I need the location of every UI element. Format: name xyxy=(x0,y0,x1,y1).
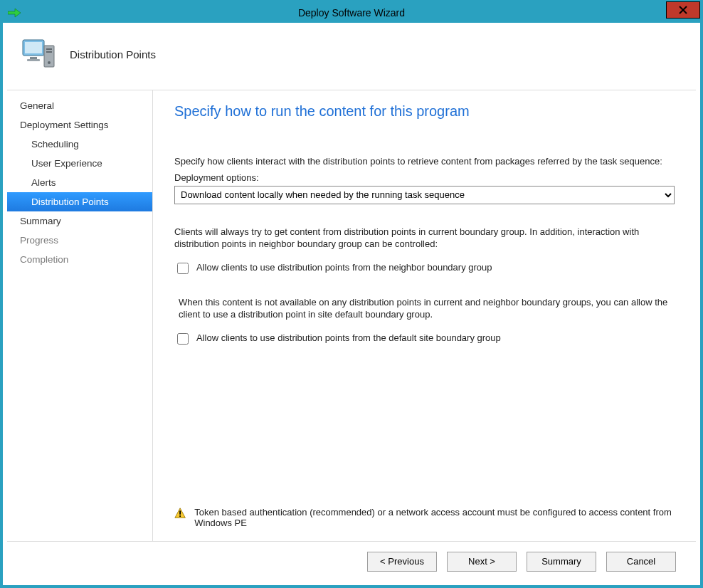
svg-rect-3 xyxy=(25,42,42,53)
wizard-footer: < Previous Next > Summary Cancel xyxy=(7,541,696,581)
sidebar-item-alerts[interactable]: Alerts xyxy=(7,173,152,192)
intro-text: Specify how clients interact with the di… xyxy=(174,155,675,168)
sidebar-item-label: Alerts xyxy=(31,177,56,188)
sidebar-item-distribution-points[interactable]: Distribution Points xyxy=(7,192,152,211)
allow-default-checkbox[interactable] xyxy=(177,333,189,345)
warning-row: Token based authentication (recommended)… xyxy=(174,507,675,528)
sidebar-item-label: Summary xyxy=(20,216,61,226)
svg-rect-11 xyxy=(179,515,181,517)
sidebar-item-label: General xyxy=(20,100,54,111)
checkbox-row-default[interactable]: Allow clients to use distribution points… xyxy=(174,332,675,347)
content-pane: Specify how to run the content for this … xyxy=(153,90,696,541)
wizard-window: Deploy Software Wizard Distrib xyxy=(0,0,703,588)
svg-rect-10 xyxy=(179,510,181,514)
sidebar-item-general[interactable]: General xyxy=(7,96,152,115)
forward-arrow-icon xyxy=(4,5,24,21)
warning-text: Token based authentication (recommended)… xyxy=(194,507,675,528)
sidebar-item-label: Distribution Points xyxy=(31,196,109,207)
summary-button[interactable]: Summary xyxy=(527,552,596,572)
titlebar: Deploy Software Wizard xyxy=(3,3,700,23)
sidebar-item-progress[interactable]: Progress xyxy=(7,231,152,250)
close-icon xyxy=(679,6,687,14)
wizard-header: Distribution Points xyxy=(7,27,696,90)
page-title: Distribution Points xyxy=(70,48,156,61)
allow-neighbor-label: Allow clients to use distribution points… xyxy=(196,262,492,273)
svg-rect-4 xyxy=(30,57,37,59)
svg-rect-7 xyxy=(46,48,52,50)
wizard-inner: Distribution Points General Deployment S… xyxy=(7,27,696,581)
checkbox-row-neighbor[interactable]: Allow clients to use distribution points… xyxy=(174,262,675,276)
next-button[interactable]: Next > xyxy=(447,552,517,572)
wizard-body: General Deployment Settings Scheduling U… xyxy=(7,90,696,541)
sidebar-item-label: Deployment Settings xyxy=(20,120,109,130)
distribution-points-icon xyxy=(20,37,57,71)
window-title: Deploy Software Wizard xyxy=(3,7,700,19)
deployment-options-select[interactable]: Download content locally when needed by … xyxy=(174,186,675,204)
svg-rect-5 xyxy=(27,59,40,61)
sidebar-item-scheduling[interactable]: Scheduling xyxy=(7,135,152,154)
default-paragraph: When this content is not available on an… xyxy=(179,296,675,321)
previous-button[interactable]: < Previous xyxy=(367,552,437,572)
sidebar-item-label: User Experience xyxy=(31,158,102,169)
cancel-button[interactable]: Cancel xyxy=(606,552,676,572)
sidebar-item-label: Completion xyxy=(20,254,68,265)
allow-neighbor-checkbox[interactable] xyxy=(177,263,189,274)
deployment-options-label: Deployment options: xyxy=(174,172,675,183)
sidebar-item-deployment-settings[interactable]: Deployment Settings xyxy=(7,115,152,135)
sidebar-item-label: Progress xyxy=(20,235,58,246)
warning-icon xyxy=(174,507,186,520)
svg-point-9 xyxy=(48,61,51,64)
boundary-paragraph: Clients will always try to get content f… xyxy=(174,226,675,251)
content-title: Specify how to run the content for this … xyxy=(174,103,675,120)
sidebar-item-user-experience[interactable]: User Experience xyxy=(7,154,152,173)
svg-rect-8 xyxy=(46,51,52,53)
sidebar-item-summary[interactable]: Summary xyxy=(7,211,152,231)
sidebar-item-label: Scheduling xyxy=(31,139,79,149)
allow-default-label: Allow clients to use distribution points… xyxy=(196,332,501,343)
close-button[interactable] xyxy=(666,1,700,19)
sidebar: General Deployment Settings Scheduling U… xyxy=(7,90,153,541)
sidebar-item-completion[interactable]: Completion xyxy=(7,250,152,269)
